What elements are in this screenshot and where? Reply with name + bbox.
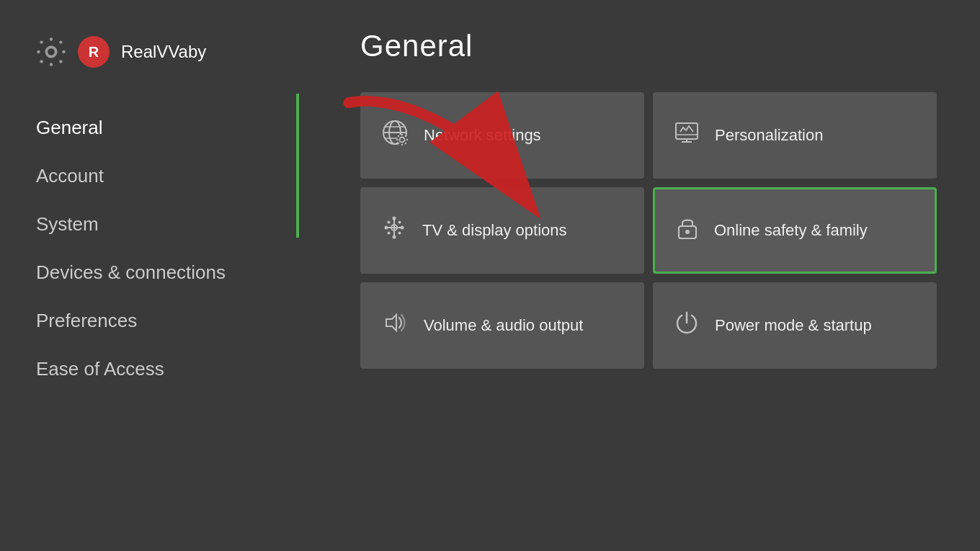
svg-point-17 bbox=[401, 134, 403, 135]
svg-point-33 bbox=[385, 226, 388, 230]
page-title: General bbox=[360, 29, 937, 63]
tile-online-safety[interactable]: Online safety & family bbox=[653, 187, 937, 274]
sidebar-nav: General Account System Devices & connect… bbox=[0, 97, 299, 393]
sidebar-item-devices[interactable]: Devices & connections bbox=[36, 248, 299, 297]
svg-point-1 bbox=[50, 37, 53, 40]
username: RealVVaby bbox=[121, 42, 206, 62]
personalization-icon bbox=[674, 120, 699, 151]
tile-power-label: Power mode & startup bbox=[715, 316, 872, 335]
svg-point-19 bbox=[396, 139, 398, 140]
lock-icon bbox=[677, 215, 698, 246]
svg-rect-25 bbox=[676, 123, 698, 139]
svg-point-21 bbox=[398, 135, 399, 137]
power-icon bbox=[674, 310, 699, 341]
tile-volume[interactable]: Volume & audio output bbox=[360, 282, 644, 369]
svg-point-37 bbox=[388, 232, 391, 235]
avatar: R bbox=[78, 36, 110, 68]
svg-point-36 bbox=[398, 232, 401, 235]
sidebar: R RealVVaby General Account System Devic… bbox=[0, 0, 299, 551]
tile-tv-display[interactable]: TV & display options bbox=[360, 187, 644, 274]
svg-point-35 bbox=[388, 221, 391, 224]
sidebar-item-preferences[interactable]: Preferences bbox=[36, 297, 299, 345]
svg-point-7 bbox=[40, 60, 43, 63]
svg-point-31 bbox=[393, 217, 396, 220]
svg-point-6 bbox=[59, 60, 62, 63]
volume-icon bbox=[382, 310, 408, 341]
network-icon bbox=[382, 120, 408, 151]
svg-point-34 bbox=[401, 226, 404, 230]
sidebar-item-system[interactable]: System bbox=[36, 200, 299, 248]
tile-network[interactable]: Network settings bbox=[360, 92, 644, 179]
svg-point-24 bbox=[405, 135, 406, 137]
svg-point-2 bbox=[50, 63, 53, 66]
tile-network-label: Network settings bbox=[424, 126, 541, 145]
sidebar-item-general[interactable]: General bbox=[36, 104, 299, 152]
svg-point-38 bbox=[398, 221, 401, 224]
tile-personalization-label: Personalization bbox=[715, 126, 823, 145]
svg-point-8 bbox=[59, 40, 62, 43]
svg-point-22 bbox=[405, 143, 406, 144]
tv-display-icon bbox=[382, 215, 406, 246]
tile-online-safety-label: Online safety & family bbox=[714, 221, 868, 240]
sidebar-item-account[interactable]: Account bbox=[36, 152, 299, 200]
svg-point-9 bbox=[47, 48, 55, 56]
svg-point-3 bbox=[37, 50, 40, 53]
svg-point-32 bbox=[393, 236, 396, 239]
svg-marker-42 bbox=[386, 315, 396, 331]
svg-point-23 bbox=[398, 143, 399, 144]
svg-point-5 bbox=[40, 40, 43, 43]
main-content: General bbox=[317, 0, 980, 551]
user-section: R RealVVaby bbox=[0, 22, 299, 97]
settings-grid: Network settings Personalization bbox=[360, 92, 937, 369]
active-divider bbox=[296, 94, 299, 238]
tile-volume-label: Volume & audio output bbox=[424, 316, 583, 335]
tile-personalization[interactable]: Personalization bbox=[653, 92, 937, 179]
svg-point-41 bbox=[685, 230, 690, 234]
svg-point-4 bbox=[62, 50, 65, 53]
gear-icon bbox=[36, 37, 66, 67]
tile-power[interactable]: Power mode & startup bbox=[653, 282, 937, 369]
sidebar-item-ease[interactable]: Ease of Access bbox=[36, 345, 299, 393]
tile-tv-display-label: TV & display options bbox=[422, 221, 567, 240]
